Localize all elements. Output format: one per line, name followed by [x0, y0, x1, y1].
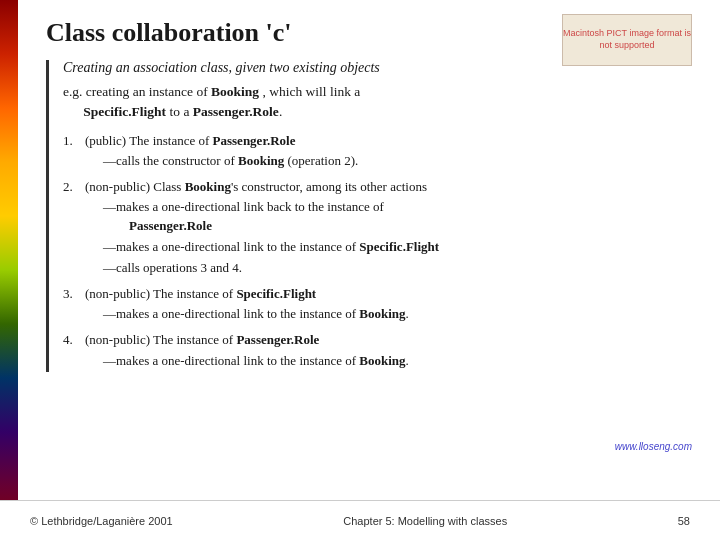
footer-bar: © Lethbridge/Laganière 2001 Chapter 5: M… [0, 500, 720, 540]
item1-main: (public) The instance of Passenger.Role [85, 133, 296, 148]
list-item-2: 2. (non-public) Class Booking's construc… [63, 177, 692, 280]
item2-sub1-content: makes a one-directional link back to the… [116, 198, 692, 236]
pict-image-placeholder: Macintosh PICT image format is not suppo… [562, 14, 692, 66]
intro-end: . [279, 104, 282, 119]
item3-sub1-content: makes a one-directional link to the inst… [116, 305, 692, 324]
list-item-4: 4. (non-public) The instance of Passenge… [63, 330, 692, 372]
intro-prefix: e.g. creating an instance of [63, 84, 208, 99]
intro-line: e.g. creating an instance of Booking , w… [63, 82, 692, 123]
item2-main: (non-public) Class Booking's constructor… [85, 179, 427, 194]
footer-chapter: Chapter 5: Modelling with classes [193, 515, 658, 527]
list-content-2: (non-public) Class Booking's constructor… [85, 177, 692, 280]
em-dash-2a: — [85, 198, 116, 236]
item1-sub1: — calls the constructor of Booking (oper… [85, 152, 692, 171]
list-content-3: (non-public) The instance of Specific.Fl… [85, 284, 692, 326]
item3-sub1: — makes a one-directional link to the in… [85, 305, 692, 324]
item4-main: (non-public) The instance of Passenger.R… [85, 332, 319, 347]
list-number-4: 4. [63, 330, 85, 372]
item2-sub3-content: calls operations 3 and 4. [116, 259, 692, 278]
intro-suffix: to a [170, 104, 190, 119]
em-dash-2b: — [85, 238, 116, 257]
item3-main: (non-public) The instance of Specific.Fl… [85, 286, 316, 301]
list-number-3: 3. [63, 284, 85, 326]
item4-sub1: — makes a one-directional link to the in… [85, 352, 692, 371]
em-dash: — [85, 152, 116, 171]
intro-word1: Booking [211, 84, 259, 99]
em-dash-4: — [85, 352, 116, 371]
footer-page-number: 58 [678, 515, 690, 527]
main-content: Macintosh PICT image format is not suppo… [18, 0, 720, 500]
item4-sub1-content: makes a one-directional link to the inst… [116, 352, 692, 371]
website-watermark: www.lloseng.com [615, 441, 692, 452]
intro-middle: , which will link a [262, 84, 360, 99]
footer-copyright: © Lethbridge/Laganière 2001 [30, 515, 173, 527]
item2-sub2-content: makes a one-directional link to the inst… [116, 238, 692, 257]
item2-sub3: — calls operations 3 and 4. [85, 259, 692, 278]
list-content-4: (non-public) The instance of Passenger.R… [85, 330, 692, 372]
item1-sub1-content: calls the constructor of Booking (operat… [116, 152, 692, 171]
list-section: 1. (public) The instance of Passenger.Ro… [63, 131, 692, 373]
list-number-1: 1. [63, 131, 85, 173]
item2-sub1: — makes a one-directional link back to t… [85, 198, 692, 236]
list-item-3: 3. (non-public) The instance of Specific… [63, 284, 692, 326]
em-dash-3: — [85, 305, 116, 324]
left-decorative-bar [0, 0, 18, 540]
slide-container: Macintosh PICT image format is not suppo… [0, 0, 720, 540]
intro-word2: Specific.Flight [83, 104, 166, 119]
list-content-1: (public) The instance of Passenger.Role … [85, 131, 692, 173]
intro-word3: Passenger.Role [193, 104, 279, 119]
em-dash-2c: — [85, 259, 116, 278]
list-number-2: 2. [63, 177, 85, 280]
list-item-1: 1. (public) The instance of Passenger.Ro… [63, 131, 692, 173]
item2-sub2: — makes a one-directional link to the in… [85, 238, 692, 257]
content-box: Creating an association class, given two… [46, 60, 692, 372]
